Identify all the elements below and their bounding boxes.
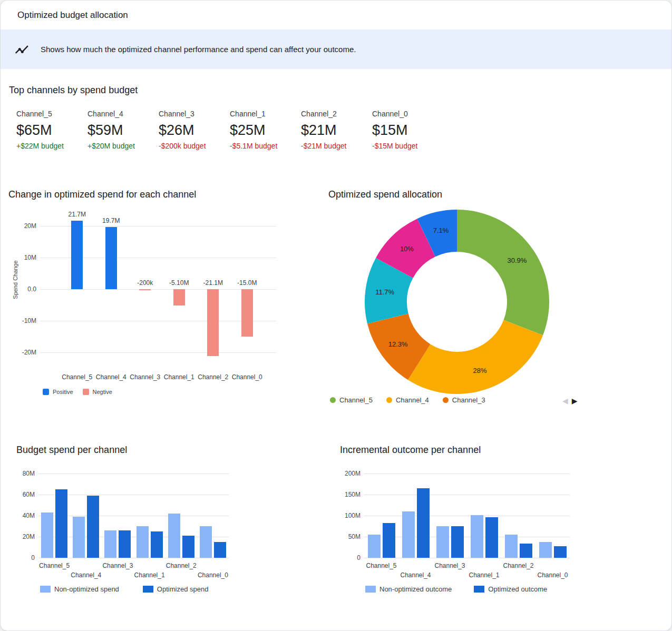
y-axis-tick: 200M — [345, 470, 361, 477]
bar-value-label: 21.7M — [69, 211, 86, 218]
channel-amount: $65M — [16, 122, 87, 139]
legend-label: Channel_3 — [452, 396, 485, 404]
grouped-bar — [451, 526, 464, 558]
x-axis-label: Channel_2 — [198, 373, 228, 381]
legend-item[interactable]: Optimized outcome — [474, 585, 547, 593]
legend-swatch — [40, 586, 51, 593]
x-axis-label: Channel_3 — [102, 562, 133, 569]
legend-item[interactable]: Channel_3 — [443, 396, 485, 404]
legend-next-button[interactable]: ▶ — [572, 397, 578, 405]
channel-name: Channel_3 — [159, 110, 230, 118]
donut-slice-percentage: 30.9% — [507, 257, 527, 264]
bar-value-label: -21.1M — [203, 279, 223, 287]
legend-item[interactable]: Channel_4 — [386, 396, 429, 404]
channel-budget-delta: -$15M budget — [372, 142, 443, 150]
gridline — [38, 474, 229, 474]
channel-name: Channel_1 — [230, 110, 301, 118]
y-axis-tick: 60M — [23, 491, 35, 498]
donut-slice-percentage: 12.3% — [388, 340, 408, 348]
donut-slice-Channel_4 — [408, 320, 543, 394]
channel-amount: $15M — [372, 122, 443, 139]
y-axis-tick: 100M — [345, 512, 361, 519]
grouped-bar — [104, 530, 116, 558]
y-axis-tick: 50M — [348, 533, 361, 540]
legend-label: Non-optimized spend — [54, 585, 119, 593]
grouped-bar — [119, 530, 131, 558]
titlebar: Optimized budget allocation — [1, 1, 671, 29]
donut-slice-Channel_5 — [457, 210, 549, 335]
legend-label: Channel_5 — [339, 396, 373, 404]
legend-swatch — [474, 586, 484, 593]
donut-slice-percentage: 28% — [473, 367, 486, 374]
legend-label: Optimized outcome — [488, 585, 547, 593]
legend-label: Non-optimized outcome — [379, 585, 452, 593]
channel-budget-delta: -$200k budget — [159, 142, 230, 150]
grouped-bar — [55, 489, 67, 558]
legend-item[interactable]: Optimized spend — [143, 585, 209, 593]
x-axis-label: Channel_2 — [166, 562, 197, 569]
y-axis-tick: 20M — [23, 533, 35, 540]
channel-card: Channel_2$21M-$21M budget — [301, 110, 372, 150]
bar-value-label: -15.0M — [237, 279, 257, 287]
grouped-bar — [554, 546, 567, 558]
legend-item[interactable]: Positive — [43, 389, 73, 395]
legend-swatch — [365, 586, 376, 593]
x-axis-label: Channel_0 — [198, 571, 228, 579]
spend-change-bar — [71, 221, 83, 289]
budget-spend-chart: 020M40M60M80MChannel_5Channel_4Channel_3… — [38, 474, 229, 558]
channel-amount: $21M — [301, 122, 372, 139]
grouped-bar — [41, 512, 53, 558]
grouped-bar — [520, 544, 532, 558]
channel-amount: $26M — [159, 122, 230, 139]
budget-spend-legend: Non-optimized spendOptimized spend — [40, 585, 208, 593]
budget-spend-title: Budget spend per channel — [16, 445, 127, 456]
spend-allocation-title: Optimized spend allocation — [328, 189, 442, 200]
legend-item[interactable]: Non-optimized spend — [40, 585, 119, 593]
grouped-bar — [505, 535, 518, 558]
grouped-bar — [402, 511, 415, 558]
grouped-bar — [73, 517, 85, 558]
x-axis-label: Channel_1 — [469, 571, 499, 579]
x-axis-label: Channel_5 — [366, 562, 396, 569]
x-axis-label: Channel_0 — [232, 373, 262, 381]
budget-allocation-report: Optimized budget allocation Shows how mu… — [0, 0, 672, 631]
x-axis-label: Channel_5 — [39, 562, 70, 569]
channel-name: Channel_5 — [16, 110, 87, 118]
bar-value-label: -5.10M — [169, 279, 189, 287]
info-banner: Shows how much the optimized channel per… — [1, 29, 671, 69]
grouped-bar — [168, 514, 180, 558]
spend-allocation-legend: Channel_5Channel_4Channel_3 — [330, 396, 485, 404]
spend-change-bar — [207, 289, 219, 356]
channel-amount: $59M — [87, 122, 159, 139]
donut-slice-percentage: 7.1% — [433, 226, 449, 234]
spend-change-y-axis-title: Spend Change — [12, 260, 18, 299]
legend-label: Optimized spend — [157, 585, 209, 593]
channel-card: Channel_3$26M-$200k budget — [159, 110, 230, 150]
y-axis-tick: 150M — [345, 491, 361, 498]
legend-prev-button[interactable]: ◀ — [562, 397, 568, 405]
grouped-bar — [368, 535, 381, 558]
legend-item[interactable]: Non-optimized outcome — [365, 585, 452, 593]
gridline — [364, 558, 570, 558]
x-axis-label: Channel_4 — [400, 571, 431, 579]
legend-swatch — [143, 586, 153, 593]
legend-item[interactable]: Negtive — [83, 389, 112, 395]
grouped-bar — [151, 531, 163, 558]
bar-value-label: -200k — [137, 279, 153, 287]
banner-text: Shows how much the optimized channel per… — [41, 45, 356, 54]
legend-item[interactable]: Channel_5 — [330, 396, 373, 404]
x-axis-label: Channel_3 — [434, 562, 465, 569]
y-axis-tick: 10M — [24, 254, 36, 261]
gridline — [364, 474, 570, 474]
x-axis-label: Channel_0 — [537, 571, 568, 579]
grouped-bar — [214, 542, 226, 558]
grouped-bar — [182, 536, 194, 558]
legend-pagination: ◀ ▶ — [562, 397, 578, 405]
incremental-outcome-legend: Non-optimized outcomeOptimized outcome — [365, 585, 547, 593]
grouped-bar — [417, 488, 430, 558]
channel-name: Channel_0 — [372, 110, 443, 118]
grouped-bar — [200, 526, 212, 558]
spend-allocation-donut: 30.9%28%12.3%11.7%10%7.1% — [364, 209, 550, 395]
channel-budget-delta: -$21M budget — [301, 142, 372, 150]
channel-budget-delta: -$5.1M budget — [230, 142, 301, 150]
